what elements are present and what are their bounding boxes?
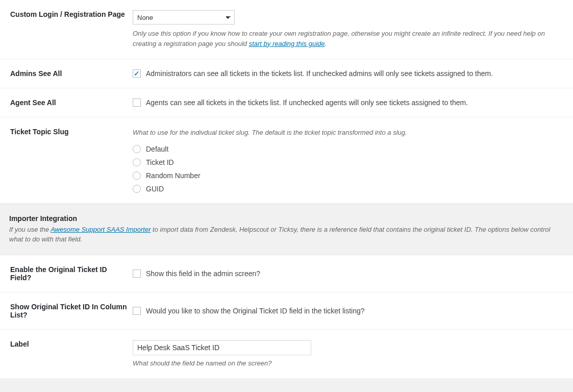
field-ticket-slug: What to use for the indivdual ticket slu… <box>133 128 563 193</box>
row-label-field: Label What should the field be named on … <box>0 330 573 379</box>
section-importer-integration: Importer Integration If you use the Awes… <box>0 204 573 255</box>
admins-see-all-checkbox[interactable] <box>133 69 141 78</box>
field-admins-see-all: Administrators can see all tickets in th… <box>133 69 563 78</box>
row-ticket-slug: Ticket Topic Slug What to use for the in… <box>0 117 573 204</box>
label-field-desc: What should the field be named on the sc… <box>133 358 563 369</box>
row-agent-see-all: Agent See All Agents can see all tickets… <box>0 88 573 117</box>
show-original-line: Would you like to show the Original Tick… <box>133 303 563 315</box>
ticket-slug-radio-random-label: Random Number <box>146 172 201 180</box>
row-show-original: Show Original Ticket ID In Column List? … <box>0 292 573 330</box>
ticket-slug-option-ticket-id: Ticket ID <box>133 158 563 166</box>
ticket-slug-desc: What to use for the indivdual ticket slu… <box>133 128 563 138</box>
ticket-slug-option-guid: GUID <box>133 185 563 193</box>
importer-link[interactable]: Awesome Support SAAS Importer <box>51 226 151 233</box>
enable-original-text: Show this field in the admin screen? <box>146 270 260 278</box>
show-original-text: Would you like to show the Original Tick… <box>146 307 365 315</box>
custom-login-description: Only use this option if you know how to … <box>133 29 563 48</box>
label-ticket-slug: Ticket Topic Slug <box>10 128 133 193</box>
custom-login-guide-link[interactable]: start by reading this guide <box>249 40 325 47</box>
label-custom-login: Custom Login / Registration Page <box>10 10 133 48</box>
ticket-slug-radio-default[interactable] <box>133 145 141 153</box>
agent-see-all-line: Agents can see all tickets in the ticket… <box>133 99 563 107</box>
admins-see-all-text: Administrators can see all tickets in th… <box>146 69 493 78</box>
label-show-original: Show Original Ticket ID In Column List? <box>10 303 133 319</box>
ticket-slug-radio-ticket-id[interactable] <box>133 158 141 166</box>
label-agent-see-all: Agent See All <box>10 99 133 107</box>
ticket-slug-option-random: Random Number <box>133 172 563 180</box>
field-label-field: What should the field be named on the sc… <box>133 340 563 369</box>
row-enable-original: Enable the Original Ticket ID Field? Sho… <box>0 255 573 292</box>
enable-original-line: Show this field in the admin screen? <box>133 265 563 278</box>
label-admins-see-all: Admins See All <box>10 69 133 78</box>
ticket-slug-option-default: Default <box>133 145 563 153</box>
custom-login-desc-before: Only use this option if you know how to … <box>133 30 545 47</box>
field-custom-login: None Only use this option if you know ho… <box>133 10 563 48</box>
field-show-original: Would you like to show the Original Tick… <box>133 303 563 319</box>
label-field-input[interactable] <box>133 340 311 355</box>
ticket-slug-radio-guid[interactable] <box>133 185 141 193</box>
field-enable-original: Show this field in the admin screen? <box>133 265 563 282</box>
enable-original-checkbox[interactable] <box>133 270 141 278</box>
custom-login-select[interactable]: None <box>133 10 235 24</box>
custom-login-desc-after: . <box>325 40 327 47</box>
show-original-checkbox[interactable] <box>133 307 141 315</box>
label-enable-original: Enable the Original Ticket ID Field? <box>10 265 133 282</box>
importer-desc: If you use the Awesome Support SAAS Impo… <box>9 225 564 244</box>
importer-title: Importer Integration <box>9 214 564 223</box>
admins-see-all-line: Administrators can see all tickets in th… <box>133 69 563 78</box>
field-agent-see-all: Agents can see all tickets in the ticket… <box>133 99 563 107</box>
agent-see-all-text: Agents can see all tickets in the ticket… <box>146 99 468 107</box>
importer-desc-before: If you use the <box>9 226 51 233</box>
row-custom-login: Custom Login / Registration Page None On… <box>0 0 573 59</box>
label-label-field: Label <box>10 340 133 369</box>
settings-form: Custom Login / Registration Page None On… <box>0 0 573 378</box>
ticket-slug-radio-random[interactable] <box>133 172 141 180</box>
row-admins-see-all: Admins See All Administrators can see al… <box>0 59 573 88</box>
ticket-slug-radio-ticket-id-label: Ticket ID <box>146 158 174 166</box>
agent-see-all-checkbox[interactable] <box>133 99 141 107</box>
ticket-slug-radio-default-label: Default <box>146 145 168 153</box>
ticket-slug-radio-guid-label: GUID <box>146 185 164 193</box>
